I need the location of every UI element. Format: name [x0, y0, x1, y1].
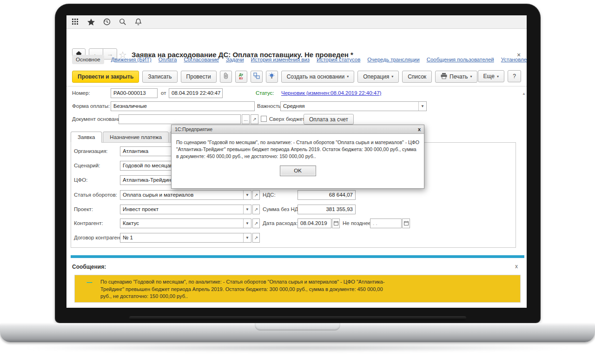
messages-header: Сообщения:: [72, 264, 106, 270]
tab-zayavka[interactable]: Заявка: [71, 132, 102, 143]
number-input[interactable]: РА00-000013: [111, 88, 158, 98]
tab-ustanovlennye-vizy[interactable]: Установленные визы: [501, 57, 527, 62]
page: ← → ☆ Заявка на расходование ДС: Оплата …: [0, 0, 595, 364]
organization-label: Организация:: [74, 148, 108, 154]
more-button[interactable]: Еще ▾: [478, 70, 504, 82]
calendar-icon: [334, 221, 338, 226]
importance-select[interactable]: Средняя ▼: [280, 101, 427, 111]
tab-ochered-translyacii[interactable]: Очередь трансляции: [367, 57, 419, 62]
paperclip-icon: [223, 73, 229, 80]
tab-istoriya-izmeneniya-viz[interactable]: История изменения виз: [251, 57, 310, 62]
chevron-down-icon: ▾: [497, 74, 499, 79]
post-and-close-button[interactable]: Провести и закрыть: [72, 71, 139, 83]
chevron-down-icon: ▾: [470, 74, 472, 79]
app-toolbar: [66, 15, 527, 29]
app-window: ← → ☆ Заявка на расходование ДС: Оплата …: [66, 15, 527, 308]
dialog-title: 1С:Предприятие: [175, 126, 212, 132]
open-link-icon: ↗: [252, 117, 256, 122]
contract-label: Договор контрагента:: [74, 235, 127, 240]
contract-input[interactable]: № 1 ▼: [120, 233, 251, 243]
apps-menu-icon[interactable]: [72, 19, 79, 26]
chevron-down-icon[interactable]: ▼: [243, 191, 251, 199]
pay-from-button[interactable]: Оплата за счет: [304, 114, 354, 125]
base-doc-open-button[interactable]: ↗: [251, 114, 258, 124]
chevron-down-icon[interactable]: ▼: [243, 205, 251, 214]
write-button[interactable]: Записать: [142, 71, 177, 83]
post-button[interactable]: Провести: [181, 71, 217, 83]
payment-form-label: Форма оплаты:: [72, 103, 110, 109]
status-label: Статус:: [256, 90, 274, 96]
base-doc-choose-button[interactable]: ...: [242, 114, 250, 124]
document-structure-button[interactable]: [251, 71, 263, 83]
nav-tabs: Основное Движения (БИТ) Оплата Согласова…: [72, 54, 521, 65]
base-doc-input[interactable]: [119, 114, 241, 124]
messages-splitter[interactable]: [71, 255, 524, 258]
print-button[interactable]: Печать ▾: [435, 71, 477, 83]
laptop-hinge: [129, 316, 466, 320]
help-button[interactable]: ?: [508, 70, 521, 82]
expense-date-calendar-button[interactable]: [332, 218, 340, 228]
toolbar-divider: [66, 86, 527, 86]
tab-osnovnoe[interactable]: Основное: [72, 55, 104, 64]
list-button[interactable]: Список: [402, 71, 432, 83]
open-link-icon: ↗: [254, 235, 258, 240]
favorites-star-icon[interactable]: [87, 19, 95, 26]
dialog-titlebar[interactable]: 1С:Предприятие x: [172, 125, 424, 134]
structure-icon: [253, 73, 260, 80]
project-input[interactable]: Инвест проект ▼: [120, 205, 251, 214]
message-item[interactable]: — По сценарию "Годовой по месяцам", по а…: [74, 275, 521, 303]
open-link-icon: ↗: [254, 192, 258, 198]
counterparty-open-button[interactable]: ↗: [252, 218, 260, 228]
counterparty-label: Контрагент:: [74, 220, 103, 226]
turnover-item-input[interactable]: Оплата сырья и материалов ▼: [120, 190, 251, 200]
chevron-down-icon: ▾: [347, 74, 349, 79]
importance-label: Важность:: [257, 103, 283, 109]
operation-button[interactable]: Операция ▾: [357, 71, 399, 83]
hints-button[interactable]: [266, 71, 278, 83]
turnover-item-open-button[interactable]: ↗: [252, 190, 260, 200]
tab-istoriya-statusov[interactable]: История статусов: [317, 57, 360, 62]
command-bar: Провести и закрыть Записать Провести Дт …: [72, 70, 477, 83]
attachments-button[interactable]: [220, 71, 232, 83]
not-later-calendar-button[interactable]: [402, 218, 410, 228]
status-link[interactable]: Черновик (изменен:08.04.2019 22:40:47): [281, 90, 381, 96]
open-link-icon: ↗: [254, 221, 258, 226]
tab-soobshcheniya-polzovatelei[interactable]: Сообщения пользователей: [427, 57, 494, 62]
payment-form-input[interactable]: Безналичные: [111, 101, 255, 111]
dialog-close-icon[interactable]: x: [418, 126, 421, 132]
over-budget-checkbox[interactable]: [261, 116, 267, 122]
chevron-down-icon: ▾: [391, 74, 393, 79]
warning-dialog: 1С:Предприятие x По сценарию "Годовой по…: [171, 125, 424, 189]
scroll-up-icon[interactable]: ▲: [522, 92, 526, 96]
tab-zadachi[interactable]: Задачи: [226, 57, 244, 62]
tab-soglasovanie[interactable]: Согласование: [184, 57, 219, 62]
dt-kt-postings-button[interactable]: Дт Кт: [235, 71, 247, 83]
vat-input[interactable]: 68 644,07: [298, 190, 356, 200]
create-based-on-button[interactable]: Создать на основании ▾: [281, 71, 355, 83]
expense-date-input[interactable]: 08.04.2019: [298, 218, 331, 228]
chevron-down-icon[interactable]: ▼: [243, 219, 251, 228]
cfo-label: ЦФО:: [74, 177, 87, 183]
notifications-bell-icon[interactable]: [135, 18, 142, 26]
tab-oplata[interactable]: Оплата: [159, 57, 177, 62]
search-icon[interactable]: [119, 18, 126, 26]
lightbulb-icon: [269, 73, 275, 81]
vat-label: НДС:: [263, 192, 276, 198]
contract-open-button[interactable]: ↗: [252, 233, 260, 243]
chevron-down-icon[interactable]: ▼: [418, 102, 426, 111]
not-later-label: Не позднее:: [343, 220, 372, 226]
tab-dvizheniya-bit[interactable]: Движения (БИТ): [111, 57, 152, 62]
calendar-icon: [404, 221, 409, 226]
chevron-down-icon[interactable]: ▼: [243, 233, 251, 242]
counterparty-input[interactable]: Кактус ▼: [120, 218, 251, 228]
tab-naznachenie-platezha[interactable]: Назначение платежа: [103, 132, 169, 143]
messages-close-icon[interactable]: x: [515, 263, 518, 270]
from-label: от: [161, 90, 166, 96]
history-clock-icon[interactable]: [103, 18, 111, 26]
datetime-input[interactable]: 08.04.2019 22:40:47: [169, 88, 223, 98]
not-later-input[interactable]: . .: [370, 218, 402, 228]
scenario-label: Сценарий:: [74, 163, 100, 168]
ok-button[interactable]: OK: [280, 165, 316, 176]
project-open-button[interactable]: ↗: [252, 205, 260, 214]
sum-wo-vat-input[interactable]: 381 355,93: [298, 205, 356, 214]
